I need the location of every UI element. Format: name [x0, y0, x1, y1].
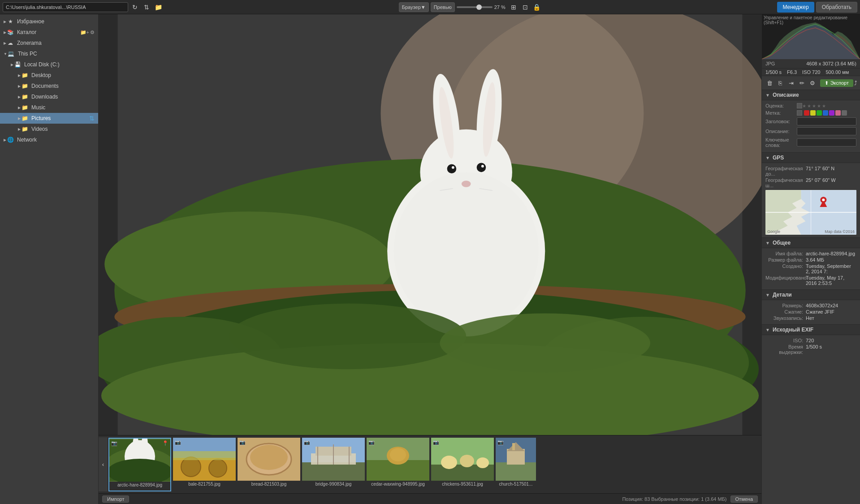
- thumb-scroll-left-button[interactable]: ‹: [99, 437, 108, 491]
- color-blue[interactable]: [823, 110, 828, 116]
- star-5[interactable]: ★: [822, 103, 826, 108]
- folder-button[interactable]: 📁: [153, 2, 163, 12]
- adjust-tool-button[interactable]: ⚙: [808, 78, 817, 88]
- sidebar-item-desktop[interactable]: ▶ 📁 Desktop: [0, 70, 98, 81]
- sidebar-item-documents[interactable]: ▶ 📁 Documents: [0, 81, 98, 91]
- expand-icon: ▼: [4, 52, 7, 56]
- original-exif-section-title: Исходный EXIF: [773, 327, 813, 333]
- longitude-label: Географическая ш...: [765, 177, 806, 188]
- drive-icon: 💾: [13, 60, 22, 69]
- filename-label: Имя файла:: [765, 251, 806, 256]
- thumbnail-item-bread[interactable]: 📷 bread-821503.jpg: [238, 438, 300, 491]
- map-placeholder[interactable]: Google Map data ©2016: [765, 190, 856, 235]
- thumbnail-item-chickens[interactable]: 📷 chickens-953611.jpg: [431, 438, 494, 491]
- gps-section-header[interactable]: ▼ GPS: [762, 153, 860, 163]
- thumbnail-item-bale[interactable]: 📷 bale-821755.jpg: [173, 438, 236, 491]
- network-icon: 🌐: [6, 136, 14, 144]
- position-info: Позиция: 83 Выбранные позиции: 1 (3.64 М…: [622, 496, 726, 502]
- preview-button[interactable]: Превью: [431, 2, 455, 12]
- thumbnail-item-church[interactable]: 📷 church-517501...: [496, 438, 536, 491]
- star-4[interactable]: ★: [817, 103, 821, 108]
- sidebar-item-videos[interactable]: ▶ 📁 Videos: [0, 124, 98, 134]
- sidebar-item-network[interactable]: ▶ 🌐 Network: [0, 134, 98, 145]
- caption-input[interactable]: [797, 127, 856, 135]
- keywords-row: Ключевые слова:: [765, 137, 856, 148]
- dimensions-label: Размерь:: [765, 303, 806, 308]
- rating-stars: ★ ★ ★ ★ ★: [802, 103, 826, 108]
- filename-value: arctic-hare-828994.jpg: [806, 251, 855, 256]
- color-pink[interactable]: [835, 110, 841, 116]
- edit-tool-button[interactable]: ✏: [797, 78, 807, 88]
- sidebar-item-catalog[interactable]: ▶ 📚 Каталог 📁+ ⚙: [0, 27, 98, 38]
- grid-view-button[interactable]: ⊞: [509, 2, 519, 12]
- star-3[interactable]: ★: [812, 103, 816, 108]
- details-section-header[interactable]: ▼ Детали: [762, 290, 860, 300]
- details-section-title: Детали: [773, 292, 792, 298]
- main-layout: ▶ ★ Избранное ▶ 📚 Каталог 📁+ ⚙ ▶ ☁ Zoner…: [0, 14, 860, 504]
- modified-value: Tuesday, May 17, 2016 2:53:5: [806, 275, 856, 286]
- export-button[interactable]: ⬆ Экспорт: [820, 79, 853, 87]
- manage-label[interactable]: Управление и пакетное редактирование (Sh…: [764, 15, 860, 25]
- color-red[interactable]: [804, 110, 809, 116]
- refresh-button[interactable]: ↻: [130, 2, 140, 12]
- svg-point-56: [441, 456, 457, 469]
- add-folder-icon[interactable]: 📁+: [80, 30, 89, 35]
- color-yellow[interactable]: [810, 110, 816, 116]
- move-tool-button[interactable]: ⇥: [786, 78, 796, 88]
- thumbnail-item-cedar-waxwing[interactable]: 📷 cedar-waxwing-948995.jpg: [367, 438, 429, 491]
- star-2[interactable]: ★: [807, 103, 811, 108]
- keywords-input[interactable]: [797, 138, 856, 146]
- sidebar-item-localdisk[interactable]: ▶ 💾 Local Disk (C:): [0, 59, 98, 70]
- thumbnail-image: [173, 438, 236, 481]
- settings-icon[interactable]: ⚙: [90, 30, 95, 35]
- sidebar-item-music[interactable]: ▶ 📁 Music: [0, 102, 98, 113]
- color-green[interactable]: [817, 110, 822, 116]
- sidebar-item-zonerama[interactable]: ▶ ☁ Zonerama: [0, 38, 98, 48]
- folder-icon: 📁: [21, 93, 29, 101]
- description-section-header[interactable]: ▼ Описание: [762, 90, 860, 100]
- file-dims-value: 4608 x 3072 (3.64 МБ): [806, 61, 856, 66]
- sidebar-item-thispc[interactable]: ▼ 💻 This PC: [0, 48, 98, 59]
- share-button[interactable]: ⤴: [854, 80, 857, 86]
- original-exif-section-body: ISO: 720 Время выдержки: 1/500 s: [762, 335, 860, 358]
- lock-button[interactable]: 🔒: [532, 2, 542, 12]
- color-none[interactable]: [842, 110, 847, 116]
- exif-iso-row: ISO: 720: [765, 338, 856, 343]
- sidebar-item-favorites[interactable]: ▶ ★ Избранное: [0, 16, 98, 27]
- delete-tool-button[interactable]: 🗑: [765, 78, 774, 88]
- rating-checkbox[interactable]: [797, 103, 802, 108]
- zoom-slider-wrap: 27 %: [457, 4, 507, 10]
- thumb-preview-svg: [302, 438, 365, 481]
- sort-button[interactable]: ⇅: [142, 2, 151, 12]
- path-display[interactable]: C:\Users\julia.shkuratova\...\RUSSIA: [3, 2, 128, 12]
- svg-point-70: [822, 198, 825, 201]
- details-section-body: Размерь: 4608x3072x24 Сжатие: Сжатие JFI…: [762, 300, 860, 325]
- star-1[interactable]: ★: [802, 103, 806, 108]
- original-exif-section-header[interactable]: ▼ Исходный EXIF: [762, 325, 860, 335]
- created-row: Создано: Tuesday, September 2, 2014 7:: [765, 263, 856, 274]
- process-button[interactable]: Обработать: [816, 2, 857, 13]
- folder-icon: 📁: [21, 71, 29, 79]
- label-checkbox[interactable]: [797, 110, 802, 116]
- general-section-header[interactable]: ▼ Общее: [762, 238, 860, 248]
- title-input[interactable]: [797, 117, 856, 125]
- browser-dropdown[interactable]: Браузер ▼: [399, 2, 429, 12]
- detail-view-button[interactable]: ⊡: [520, 2, 530, 12]
- exif-shutter-value: 1/500 s: [806, 344, 822, 355]
- import-button[interactable]: Импорт: [102, 495, 129, 503]
- cancel-button[interactable]: Отмена: [730, 495, 758, 503]
- thumbnail-item-bridge[interactable]: 📷 bridge-990834.jpg: [302, 438, 365, 491]
- thumbnail-item-arctic-hare[interactable]: 📷 📍 arctic-hare-828994.jpg: [108, 438, 171, 491]
- rating-row: Оценка: ★ ★ ★ ★ ★: [765, 103, 856, 108]
- manager-button[interactable]: Менеджер: [777, 2, 814, 13]
- sidebar-item-downloads[interactable]: ▶ 📁 Downloads: [0, 91, 98, 102]
- color-purple[interactable]: [829, 110, 834, 116]
- copy-tool-button[interactable]: ⎘: [775, 78, 785, 88]
- thumb-preview-svg: [109, 439, 170, 482]
- zoom-slider[interactable]: [457, 6, 493, 8]
- sidebar-item-label: Desktop: [31, 72, 95, 78]
- sidebar-item-pictures[interactable]: ▶ 📁 Pictures ⇅: [0, 113, 98, 124]
- exif-bar: 1/500 s F6.3 ISO 720 500.00 мм: [762, 69, 860, 76]
- thumbnail-filename: bridge-990834.jpg: [302, 481, 365, 487]
- zoom-slider-thumb: [476, 4, 482, 10]
